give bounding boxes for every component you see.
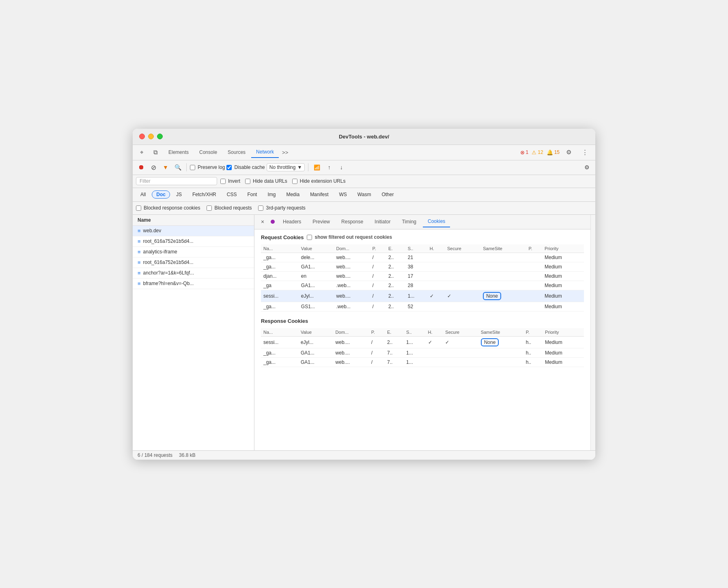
tab-response[interactable]: Response xyxy=(336,216,368,227)
cell-p xyxy=(526,271,542,281)
table-row[interactable]: _ga... GA1... web.... / 2.. 38 Medium xyxy=(261,262,584,271)
throttle-select[interactable]: No throttling ▼ xyxy=(267,163,305,171)
blocked-response-cookies-checkbox[interactable] xyxy=(136,205,141,211)
resource-btn-css[interactable]: CSS xyxy=(222,190,241,199)
hide-data-urls-label[interactable]: Hide data URLs xyxy=(245,178,287,184)
cell-size: 1... xyxy=(404,348,425,357)
table-row[interactable]: _ga... GA1... web.... / 7.. 1... h.. Med… xyxy=(261,357,584,367)
cell-domain: web.... xyxy=(334,290,370,302)
resource-btn-wasm[interactable]: Wasm xyxy=(353,190,376,199)
blocked-requests-checkbox[interactable] xyxy=(207,205,212,211)
cell-samesite xyxy=(478,348,523,357)
filter-toggle-button[interactable]: ▼ xyxy=(160,162,171,173)
disable-cache-checkbox[interactable] xyxy=(226,165,232,170)
hide-extension-urls-checkbox[interactable] xyxy=(292,179,297,184)
third-party-requests-checkbox[interactable] xyxy=(258,205,263,211)
clear-button[interactable]: ⊘ xyxy=(148,162,159,173)
hide-extension-urls-text: Hide extension URLs xyxy=(300,178,346,184)
more-tabs-button[interactable]: >> xyxy=(280,148,291,157)
sidebar-item-root2[interactable]: ≡ root_616a752e1b5d4... xyxy=(133,257,254,268)
sidebar-item-webdev-label: web.dev xyxy=(143,228,162,233)
table-row[interactable]: djan... en web.... / 2.. 17 Medium xyxy=(261,271,584,281)
blocked-requests-label[interactable]: Blocked requests xyxy=(207,205,252,211)
tab-icons-right: ⊗ 1 ⚠ 12 🔔 15 ⚙ ⋮ xyxy=(520,147,592,158)
device-icon[interactable]: ⧉ xyxy=(150,147,161,158)
third-party-requests-label[interactable]: 3rd-party requests xyxy=(258,205,305,211)
warning-icon: ⚠ xyxy=(532,149,536,156)
network-settings-icon[interactable]: ⚙ xyxy=(582,162,592,173)
cell-priority: Medium xyxy=(543,348,584,357)
table-row[interactable]: sessi... eJyl... web.... / 2.. 1... ✓ ✓ … xyxy=(261,336,584,348)
table-row[interactable]: _ga... GA1... web.... / 7.. 1... h.. Med… xyxy=(261,348,584,357)
resource-btn-ws[interactable]: WS xyxy=(334,190,351,199)
response-samesite-none-badge: None xyxy=(481,338,499,346)
record-button[interactable]: ⏺ xyxy=(136,162,146,173)
disable-cache-label[interactable]: Disable cache xyxy=(226,164,265,170)
table-row[interactable]: _ga... dele... web.... / 2.. 21 Medium xyxy=(261,253,584,262)
cell-httponly xyxy=(427,281,445,290)
table-row[interactable]: _ga GA1... .web... / 2.. 28 Medium xyxy=(261,281,584,290)
invert-checkbox[interactable] xyxy=(220,179,226,184)
resource-btn-doc[interactable]: Doc xyxy=(152,190,170,199)
settings-icon[interactable]: ⚙ xyxy=(563,147,574,158)
show-filtered-label[interactable]: show filtered out request cookies xyxy=(307,234,392,240)
preserve-log-checkbox[interactable] xyxy=(190,165,195,170)
response-cookies-header-row: Na... Value Dom... P. E. S.. H. Secure S… xyxy=(261,328,584,337)
tab-cookies[interactable]: Cookies xyxy=(423,216,450,227)
resource-btn-font[interactable]: Font xyxy=(243,190,261,199)
resource-btn-manifest[interactable]: Manifest xyxy=(306,190,333,199)
upload-icon[interactable]: ↑ xyxy=(324,162,334,173)
hide-extension-urls-label[interactable]: Hide extension URLs xyxy=(292,178,346,184)
tab-headers[interactable]: Headers xyxy=(278,216,306,227)
detail-close-button[interactable]: × xyxy=(258,217,267,227)
cell-secure xyxy=(445,281,480,290)
tab-console[interactable]: Console xyxy=(194,147,222,158)
tab-timing[interactable]: Timing xyxy=(397,216,421,227)
table-row-highlighted[interactable]: sessi... eJyl... web.... / 2.. 1... ✓ ✓ … xyxy=(261,290,584,302)
cell-priority: Medium xyxy=(542,253,584,262)
show-filtered-text: show filtered out request cookies xyxy=(314,234,392,240)
show-filtered-checkbox[interactable] xyxy=(307,235,312,240)
resource-btn-img[interactable]: Img xyxy=(263,190,280,199)
close-button[interactable] xyxy=(139,134,145,139)
more-options-icon[interactable]: ⋮ xyxy=(579,147,590,158)
sidebar-item-bframe[interactable]: ≡ bframe?hl=en&v=-Qb... xyxy=(133,279,254,289)
tab-network[interactable]: Network xyxy=(251,147,279,158)
resource-btn-media[interactable]: Media xyxy=(282,190,304,199)
doc-icon-4: ≡ xyxy=(138,259,141,266)
preserve-log-label[interactable]: Preserve log xyxy=(190,164,225,170)
samesite-none-badge: None xyxy=(483,292,501,300)
invert-label[interactable]: Invert xyxy=(220,178,240,184)
minimize-button[interactable] xyxy=(148,134,154,139)
tab-elements[interactable]: Elements xyxy=(164,147,194,158)
blocked-requests-text: Blocked requests xyxy=(214,205,252,211)
sidebar-item-analytics[interactable]: ≡ analytics-iframe xyxy=(133,247,254,257)
download-icon[interactable]: ↓ xyxy=(336,162,347,173)
tab-preview[interactable]: Preview xyxy=(308,216,335,227)
tab-initiator[interactable]: Initiator xyxy=(370,216,395,227)
resource-btn-js[interactable]: JS xyxy=(172,190,186,199)
cell-priority: Medium xyxy=(543,336,584,348)
sidebar-item-webdev[interactable]: ≡ web.dev xyxy=(133,226,254,236)
doc-icon-1: ≡ xyxy=(138,228,141,234)
maximize-button[interactable] xyxy=(157,134,163,139)
hide-data-urls-checkbox[interactable] xyxy=(245,179,250,184)
cell-httponly: ✓ xyxy=(427,290,445,302)
search-button[interactable]: 🔍 xyxy=(172,162,183,173)
blocked-response-cookies-label[interactable]: Blocked response cookies xyxy=(136,205,200,211)
cursor-icon[interactable]: ⌖ xyxy=(136,147,147,158)
resource-btn-all[interactable]: All xyxy=(136,190,150,199)
sidebar-item-anchor[interactable]: ≡ anchor?ar=1&k=6Lfqf... xyxy=(133,268,254,279)
filter-input[interactable] xyxy=(136,177,217,185)
detail-content: Request Cookies show filtered out reques… xyxy=(254,229,590,450)
cell-p xyxy=(526,290,542,302)
table-row[interactable]: _ga... GS1... .web... / 2.. 52 Medium xyxy=(261,302,584,311)
wifi-icon[interactable]: 📶 xyxy=(312,162,322,173)
cell-path: / xyxy=(370,271,386,281)
scrollbar[interactable] xyxy=(590,215,595,450)
col-p: P. xyxy=(523,328,543,337)
sidebar-item-root1[interactable]: ≡ root_616a752e1b5d4... xyxy=(133,236,254,247)
tab-sources[interactable]: Sources xyxy=(223,147,250,158)
resource-btn-fetchxhr[interactable]: Fetch/XHR xyxy=(188,190,221,199)
resource-btn-other[interactable]: Other xyxy=(377,190,398,199)
